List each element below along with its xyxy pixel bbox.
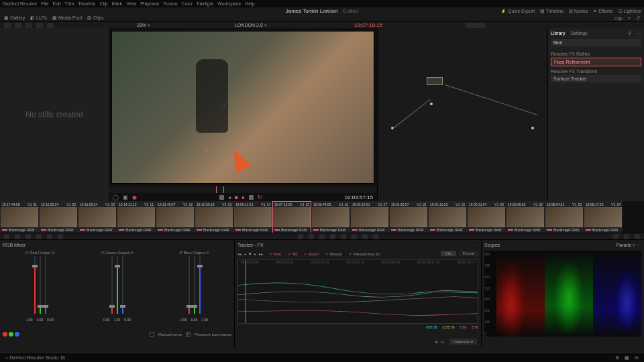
3d-icon[interactable] bbox=[373, 234, 378, 239]
perspective-checkbox[interactable]: ✓ Perspective 3D bbox=[349, 251, 380, 256]
primaries-icon[interactable] bbox=[25, 234, 31, 239]
menu-item[interactable]: Mark bbox=[112, 1, 123, 6]
clip-thumbnail[interactable]: 18:58:54:21V123Blackmagic RAW bbox=[545, 201, 584, 233]
tab-library[interactable]: Library bbox=[551, 31, 565, 36]
key-icon[interactable] bbox=[352, 234, 357, 239]
tracker-graph[interactable]: 00:02:02:0800:02:03:2100:02:05:1100:02:0… bbox=[237, 259, 478, 324]
nodes-button[interactable]: ⊞ Nodes bbox=[569, 9, 588, 14]
viewer-image[interactable]: + + bbox=[111, 31, 374, 184]
step-back-icon[interactable]: ◂ bbox=[228, 194, 231, 200]
menu-item[interactable]: Fairlight bbox=[197, 1, 213, 6]
tracker-mode-dropdown[interactable]: Inteltrack ▾ bbox=[449, 339, 477, 345]
chat-icon[interactable]: ✉ bbox=[635, 355, 639, 361]
gallery-button[interactable]: ▣ Gallery bbox=[4, 15, 25, 21]
zoom-checkbox[interactable]: ✓ Zoom bbox=[304, 251, 319, 256]
tilt-checkbox[interactable]: ✓ Tilt bbox=[288, 251, 297, 256]
tracker-point-icon[interactable]: + bbox=[204, 145, 209, 155]
pan-checkbox[interactable]: ✓ Pan bbox=[270, 251, 281, 256]
track-prev-icon[interactable]: ◂◂ bbox=[237, 251, 241, 256]
preserve-luminance-checkbox[interactable] bbox=[186, 332, 191, 337]
scopes-icon[interactable] bbox=[624, 234, 629, 239]
clip-thumbnail[interactable]: 19:06:44:05V116Blackmagic RAW bbox=[311, 201, 350, 233]
viewer-zoom[interactable]: 28% bbox=[137, 23, 146, 27]
add-point-icon[interactable]: ⊕ bbox=[435, 339, 438, 344]
view-mode-icon[interactable] bbox=[4, 23, 11, 28]
rgb-mixer-icon[interactable] bbox=[47, 234, 52, 239]
reset-button[interactable]: ↺ bbox=[636, 15, 640, 21]
clip-thumbnail[interactable]: 19:13:45:07V112Blackmagic RAW bbox=[156, 201, 195, 233]
menu-item[interactable]: Trim bbox=[65, 1, 74, 6]
clip-thumbnail[interactable]: 19:14:11:13V111Blackmagic RAW bbox=[117, 201, 156, 233]
qualifier-icon[interactable] bbox=[298, 234, 303, 239]
menu-item[interactable]: Workspace bbox=[217, 1, 241, 6]
panel-menu-icon[interactable]: ⋯ bbox=[474, 243, 478, 248]
clip-thumbnail[interactable]: 19:00:31:04V120Blackmagic RAW bbox=[467, 201, 506, 233]
menu-item[interactable]: File bbox=[41, 1, 48, 6]
viewer-scrubber[interactable] bbox=[109, 186, 377, 193]
clip-thumbnail[interactable]: 19:10:50:18V113Blackmagic RAW bbox=[195, 201, 233, 233]
stop-icon[interactable]: ■ bbox=[235, 194, 238, 200]
menu-item[interactable]: Edit bbox=[53, 1, 61, 6]
menu-item[interactable]: Color bbox=[182, 1, 193, 6]
menu-item[interactable]: Clip bbox=[100, 1, 108, 6]
tab-settings[interactable]: Settings bbox=[570, 31, 587, 36]
view-mode-icon[interactable] bbox=[47, 23, 54, 28]
frame-mode-button[interactable]: Frame bbox=[459, 251, 478, 256]
window-icon[interactable] bbox=[309, 234, 314, 239]
menu-item[interactable]: Fusion bbox=[164, 1, 178, 6]
clip-thumbnail[interactable]: 19:16:55:24V102Blackmagic RAW bbox=[39, 201, 78, 233]
clip-thumbnail[interactable]: 19:07:15:00V115Blackmagic RAW bbox=[272, 201, 311, 233]
lightbox-button[interactable]: ⊡ Lightbox bbox=[619, 9, 641, 14]
tracking-icon[interactable] bbox=[319, 234, 325, 239]
motion-icon[interactable] bbox=[58, 234, 63, 239]
monochrome-checkbox[interactable] bbox=[150, 332, 154, 337]
curves-icon[interactable] bbox=[4, 234, 9, 239]
timeline-name[interactable]: LONDON 2.0 bbox=[235, 23, 263, 27]
clip-thumbnail[interactable]: 19:01:16:23V119Blackmagic RAW bbox=[428, 201, 467, 233]
tracker-point-icon[interactable]: + bbox=[222, 100, 227, 109]
project-manager-icon[interactable]: ▦ bbox=[625, 355, 629, 361]
node-overlay-icon[interactable] bbox=[466, 23, 472, 28]
clips-button[interactable]: ▥ Clips bbox=[87, 15, 104, 21]
bypass-icon[interactable]: ◯ bbox=[113, 194, 119, 200]
clip-thumbnail[interactable]: 19:17:44:08V101Blackmagic RAW bbox=[0, 201, 39, 233]
play-icon[interactable]: ▸ bbox=[242, 194, 245, 200]
track-next-icon[interactable]: ▸▸ bbox=[259, 251, 263, 256]
remove-point-icon[interactable]: ⊖ bbox=[441, 339, 444, 344]
node-1[interactable] bbox=[427, 77, 443, 85]
panel-menu-icon[interactable]: ⋯ bbox=[637, 31, 641, 36]
clip-thumbnail[interactable]: 19:00:06:02V122Blackmagic RAW bbox=[506, 201, 545, 233]
track-stop-icon[interactable]: ■ bbox=[249, 251, 252, 255]
wheels-icon[interactable] bbox=[15, 234, 20, 239]
mediapool-button[interactable]: ▦ Media Pool bbox=[52, 15, 82, 21]
fx-item-surface-tracker[interactable]: Surface Tracker bbox=[551, 75, 641, 82]
track-fwd-icon[interactable]: ▸ bbox=[254, 251, 256, 256]
menu-item[interactable]: Help bbox=[245, 1, 254, 6]
luts-button[interactable]: ◧ LUTs bbox=[30, 15, 47, 21]
prev-clip-icon[interactable] bbox=[219, 195, 224, 200]
effects-button[interactable]: ✦ Effects bbox=[593, 9, 612, 14]
view-mode-icon[interactable] bbox=[36, 23, 43, 28]
track-back-icon[interactable]: ◂ bbox=[244, 251, 246, 256]
effects-search-input[interactable] bbox=[551, 39, 641, 46]
info-icon[interactable] bbox=[635, 234, 640, 239]
menu-item[interactable]: Playback bbox=[140, 1, 159, 6]
menu-item[interactable]: View bbox=[126, 1, 136, 6]
view-mode-icon[interactable] bbox=[15, 23, 21, 28]
node-layer[interactable] bbox=[430, 103, 433, 105]
clip-mode-button[interactable]: Clip bbox=[441, 251, 455, 256]
highlight-icon[interactable]: ◉ bbox=[132, 194, 137, 200]
blur-icon[interactable] bbox=[341, 234, 346, 239]
clip-thumbnail[interactable]: 19:16:55:24V103Blackmagic RAW bbox=[78, 201, 117, 233]
clip-thumbnail[interactable]: 18:58:17:20V124Blackmagic RAW bbox=[584, 201, 623, 233]
view-mode-icon[interactable] bbox=[25, 23, 32, 28]
clip-thumbnail[interactable]: 19:01:50:07V118Blackmagic RAW bbox=[389, 201, 428, 233]
keyframe-icon[interactable] bbox=[613, 234, 619, 239]
quick-export-button[interactable]: ⚡ Quick Export bbox=[500, 9, 535, 14]
menu-item[interactable]: DaVinci Resolve bbox=[3, 1, 37, 6]
clip-thumbnail[interactable]: 19:03:14:01V117Blackmagic RAW bbox=[350, 201, 389, 233]
sizing-icon[interactable] bbox=[362, 234, 368, 239]
next-clip-icon[interactable] bbox=[249, 195, 254, 200]
scope-mode-dropdown[interactable]: Parade bbox=[616, 243, 632, 247]
clip-thumbnail[interactable]: 19:09:11:01V114Blackmagic RAW bbox=[233, 201, 272, 233]
